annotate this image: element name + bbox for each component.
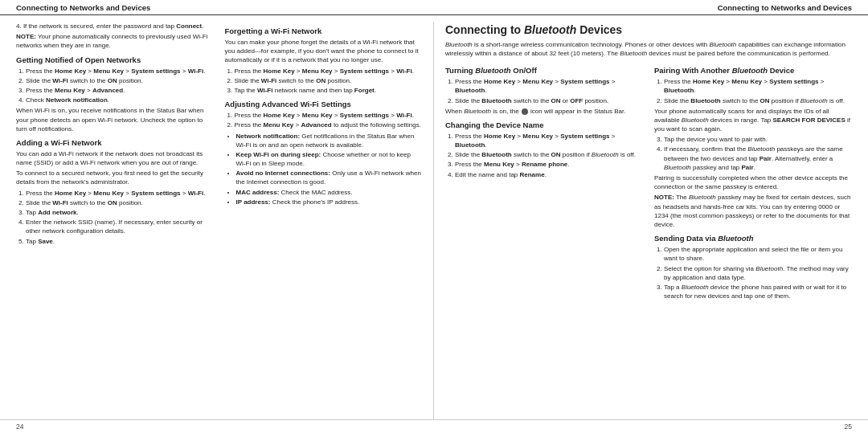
right-page-number: 25 bbox=[845, 423, 852, 431]
right-page: Connecting to Bluetooth Devices Bluetoot… bbox=[434, 22, 868, 419]
left-page: 4. If the network is secured, enter the … bbox=[0, 22, 434, 419]
adjusting-wifi-steps: Press the Home Key > Menu Key > System s… bbox=[235, 111, 423, 129]
list-item: Slide the Bluetooth switch to the ON pos… bbox=[455, 150, 643, 159]
right-col1: Turning Bluetooth On/Off Press the Home … bbox=[445, 61, 643, 302]
left-col2: Forgetting a Wi-Fi Network You can make … bbox=[225, 22, 423, 247]
section-title-pairing-bluetooth: Pairing With Another Bluetooth Device bbox=[654, 66, 852, 75]
list-item: Tap a Bluetooth device the phone has pai… bbox=[664, 283, 852, 300]
list-item: Slide the Bluetooth switch to the ON or … bbox=[455, 96, 643, 105]
pairing-bluetooth-steps2: Tap the device you want to pair with. If… bbox=[664, 135, 852, 172]
pairing-bluetooth-body2: Pairing is successfully completed when t… bbox=[654, 174, 852, 191]
top-note: 4. If the network is secured, enter the … bbox=[16, 22, 214, 31]
list-item: Slide the Wi-Fi switch to the ON positio… bbox=[26, 198, 214, 207]
sending-data-steps: Open the appropriate application and sel… bbox=[664, 245, 852, 300]
getting-notified-body: When Wi-Fi is on, you receive notificati… bbox=[16, 106, 214, 133]
section-title-adding-wifi: Adding a Wi-Fi Network bbox=[16, 138, 214, 147]
list-item: Press the Home Key > Menu Key > System s… bbox=[235, 111, 423, 120]
list-item: Press the Home Key > Menu Key > System s… bbox=[455, 77, 643, 95]
list-item: Press the Menu Key > Advanced to adjust … bbox=[235, 121, 423, 129]
bluetooth-icon bbox=[522, 108, 528, 115]
list-item: Slide the Bluetooth switch to the ON pos… bbox=[664, 96, 852, 105]
list-item: Tap Add network. bbox=[26, 208, 214, 217]
list-item: Tap the Wi-Fi network name and then tap … bbox=[235, 86, 423, 95]
adding-wifi-body2: To connect to a secured network, you fir… bbox=[16, 169, 214, 186]
getting-notified-steps: Press the Home Key > Menu Key > System s… bbox=[26, 67, 214, 105]
page-container: Connecting to Networks and Devices Conne… bbox=[0, 0, 868, 433]
list-item: Avoid no Internet connections: Only use … bbox=[236, 169, 423, 186]
forgetting-wifi-body: You can make your phone forget the detai… bbox=[225, 38, 423, 65]
header-left-title: Connecting to Networks and Devices bbox=[16, 3, 150, 12]
pairing-bluetooth-body1: Your phone automatically scans for and d… bbox=[654, 107, 852, 134]
list-item: Slide the Wi-Fi switch to the ON positio… bbox=[26, 76, 214, 85]
section-title-turning-bluetooth: Turning Bluetooth On/Off bbox=[445, 66, 643, 75]
list-item: Network notification: Get notifications … bbox=[236, 132, 423, 149]
section-title-adjusting-wifi: Adjusting Advanced Wi-Fi Settings bbox=[225, 100, 423, 108]
section-title-forgetting-wifi: Forgetting a Wi-Fi Network bbox=[225, 27, 423, 35]
section-title-changing-device-name: Changing the Device Name bbox=[445, 121, 643, 129]
changing-device-name-steps: Press the Home Key > Menu Key > System s… bbox=[455, 132, 643, 179]
pairing-bluetooth-steps1: Press the Home Key > Menu Key > System s… bbox=[664, 77, 852, 105]
adjusting-wifi-bullets: Network notification: Get notifications … bbox=[236, 132, 423, 207]
list-item: IP address: Check the phone's IP address… bbox=[236, 198, 423, 206]
list-item: Press the Home Key > Menu Key > System s… bbox=[26, 67, 214, 76]
list-item: Open the appropriate application and sel… bbox=[664, 245, 852, 263]
turning-bluetooth-steps: Press the Home Key > Menu Key > System s… bbox=[455, 77, 643, 105]
list-item: Edit the name and tap Rename. bbox=[455, 170, 643, 179]
note-text: NOTE: Your phone automatically connects … bbox=[16, 32, 214, 50]
list-item: Press the Menu Key > Advanced. bbox=[26, 86, 214, 95]
left-page-number: 24 bbox=[16, 423, 23, 431]
left-columns: 4. If the network is secured, enter the … bbox=[16, 22, 422, 247]
right-columns: Turning Bluetooth On/Off Press the Home … bbox=[445, 61, 852, 302]
pairing-bluetooth-note: NOTE: The Bluetooth passkey may be fixed… bbox=[654, 193, 852, 229]
main-section-title: Connecting to Bluetooth Devices bbox=[445, 23, 852, 37]
list-item: Check Network notification. bbox=[26, 96, 214, 104]
adding-wifi-body1: You can add a Wi-Fi network if the netwo… bbox=[16, 149, 214, 167]
right-col2: Pairing With Another Bluetooth Device Pr… bbox=[654, 61, 852, 302]
list-item: If necessary, confirm that the Bluetooth… bbox=[664, 145, 852, 172]
list-item: Keep Wi-Fi on during sleep: Choose wheth… bbox=[236, 150, 423, 168]
list-item: Select the option for sharing via Blueto… bbox=[664, 264, 852, 282]
footer-bar: 24 25 bbox=[0, 419, 868, 433]
left-col1: 4. If the network is secured, enter the … bbox=[16, 22, 214, 247]
list-item: Slide the Wi-Fi switch to the ON positio… bbox=[235, 76, 423, 85]
bluetooth-intro: Bluetooth is a short-range wireless comm… bbox=[445, 40, 852, 58]
header-right-title: Connecting to Networks and Devices bbox=[718, 3, 852, 12]
list-item: Press the Home Key > Menu Key > System s… bbox=[235, 67, 423, 76]
list-item: Tap Save. bbox=[26, 237, 214, 246]
list-item: Press the Home Key > Menu Key > System s… bbox=[455, 132, 643, 149]
header-bar: Connecting to Networks and Devices Conne… bbox=[0, 0, 868, 15]
list-item: MAC address: Check the MAC address. bbox=[236, 188, 423, 197]
list-item: Press the Home Key > Menu Key > System s… bbox=[664, 77, 852, 95]
section-title-sending-data: Sending Data via Bluetooth bbox=[654, 234, 852, 243]
adding-wifi-steps: Press the Home Key > Menu Key > System s… bbox=[26, 189, 214, 246]
forgetting-wifi-steps: Press the Home Key > Menu Key > System s… bbox=[235, 67, 423, 96]
list-item: Tap the device you want to pair with. bbox=[664, 135, 852, 144]
content-area: 4. If the network is secured, enter the … bbox=[0, 15, 868, 419]
section-title-getting-notified: Getting Notified of Open Networks bbox=[16, 55, 214, 64]
list-item: Enter the network SSID (name). If necess… bbox=[26, 218, 214, 235]
list-item: Press the Home Key > Menu Key > System s… bbox=[26, 189, 214, 198]
list-item: Press the Menu Key > Rename phone. bbox=[455, 160, 643, 169]
turning-bluetooth-body: When Bluetooth is on, the icon will appe… bbox=[445, 107, 643, 116]
